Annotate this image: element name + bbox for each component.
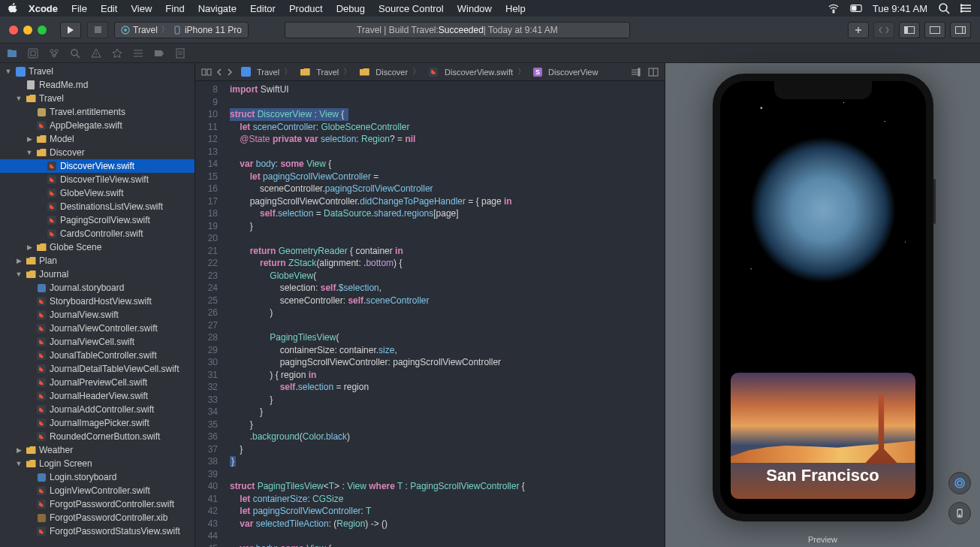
menu-app[interactable]: Xcode <box>29 3 58 14</box>
tree-item[interactable]: DestinationsListView.swift <box>0 200 194 213</box>
issue-navigator-icon[interactable] <box>90 47 102 59</box>
menu-view[interactable]: View <box>131 3 152 14</box>
tree-item[interactable]: JournalAddController.swift <box>0 403 194 416</box>
tree-item[interactable]: ▼Login Screen <box>0 457 194 470</box>
tree-item[interactable]: CardsController.swift <box>0 227 194 240</box>
tree-item[interactable]: GlobeView.swift <box>0 186 194 200</box>
tree-item[interactable]: JournalViewController.swift <box>0 322 194 335</box>
library-button[interactable] <box>848 22 869 38</box>
source-control-navigator-icon[interactable] <box>27 47 39 59</box>
tree-root[interactable]: ▼Travel <box>0 65 194 78</box>
toggle-left-panel-button[interactable] <box>899 22 920 38</box>
tree-item[interactable]: DiscoverTileView.swift <box>0 173 194 186</box>
menu-help[interactable]: Help <box>505 3 526 14</box>
toggle-bottom-panel-button[interactable] <box>924 22 945 38</box>
status-prefix: Travel | Build Travel: <box>357 25 439 35</box>
add-editor-icon[interactable] <box>648 68 659 77</box>
tree-item[interactable]: ForgotPasswordStatusView.swift <box>0 524 194 538</box>
scheme-selector[interactable]: Travel 〉 iPhone 11 Pro <box>114 22 249 38</box>
tree-item[interactable]: JournalHeaderView.swift <box>0 389 194 403</box>
menu-edit[interactable]: Edit <box>101 3 117 14</box>
menu-extras-icon[interactable] <box>960 2 972 14</box>
zoom-window-button[interactable] <box>38 26 47 35</box>
jump-project[interactable]: Travel <box>257 68 279 77</box>
tree-item[interactable]: RoundedCornerButton.swift <box>0 430 194 443</box>
tree-item[interactable]: JounalTableController.swift <box>0 349 194 362</box>
svg-point-30 <box>959 515 960 516</box>
tree-item-label: ForgotPasswordController.xib <box>50 512 167 523</box>
scheme-device-label: iPhone 11 Pro <box>185 25 242 35</box>
tree-item[interactable]: ▼Journal <box>0 267 194 281</box>
jump-symbol[interactable]: DiscoverView <box>548 68 598 77</box>
device-icon <box>173 26 182 35</box>
toggle-right-panel-button[interactable] <box>950 22 971 38</box>
symbol-navigator-icon[interactable] <box>48 47 60 59</box>
report-navigator-icon[interactable] <box>174 47 186 59</box>
tree-item[interactable]: JournalPreviewCell.swift <box>0 376 194 389</box>
tree-item-label: ForgotPasswordStatusView.swift <box>50 526 180 536</box>
tree-item[interactable]: DiscoverView.swift <box>0 159 194 173</box>
tree-item[interactable]: Login.storyboard <box>0 470 194 484</box>
tree-item[interactable]: ReadMe.md <box>0 78 194 92</box>
project-navigator-icon[interactable] <box>6 47 18 59</box>
jump-bar[interactable]: Travel〉 Travel〉 Discover〉 DiscoverView.s… <box>195 63 665 81</box>
destination-card[interactable]: San Francisco <box>731 373 915 499</box>
tree-item[interactable]: ▶Globe Scene <box>0 240 194 254</box>
back-button-icon[interactable] <box>216 68 222 76</box>
jump-folder-1[interactable]: Travel <box>316 68 339 77</box>
find-navigator-icon[interactable] <box>69 47 81 59</box>
menubar-clock[interactable]: Tue 9:41 AM <box>873 3 927 14</box>
live-preview-button[interactable] <box>948 472 971 494</box>
tree-item[interactable]: PagingScrollView.swift <box>0 213 194 227</box>
tree-item[interactable]: ▼Travel <box>0 92 194 105</box>
tree-item[interactable]: LoginViewController.swift <box>0 484 194 497</box>
editor-options-icon[interactable] <box>630 68 641 77</box>
tree-item[interactable]: ForgotPasswordController.xib <box>0 511 194 524</box>
tree-item[interactable]: JournalDetailTableViewCell.swift <box>0 362 194 376</box>
jump-file[interactable]: DiscoverView.swift <box>445 68 513 77</box>
code-review-button[interactable] <box>873 22 894 38</box>
menu-debug[interactable]: Debug <box>336 3 365 14</box>
tree-item-label: Globe Scene <box>50 242 101 252</box>
svg-rect-22 <box>176 49 184 58</box>
menu-file[interactable]: File <box>71 3 87 14</box>
tree-item[interactable]: AppDelegate.swift <box>0 119 194 132</box>
menu-window[interactable]: Window <box>457 3 492 14</box>
breakpoint-navigator-icon[interactable] <box>153 47 165 59</box>
tree-item[interactable]: ▶Weather <box>0 443 194 457</box>
source-editor[interactable]: 8910111213141516171819202122232425262728… <box>195 81 665 547</box>
tree-item[interactable]: StoryboardHostView.swift <box>0 295 194 308</box>
tree-item[interactable]: JournalViewCell.swift <box>0 335 194 349</box>
debug-navigator-icon[interactable] <box>132 47 144 59</box>
run-button[interactable] <box>60 22 81 38</box>
jump-folder-2[interactable]: Discover <box>375 68 408 77</box>
code-text[interactable]: import SwiftUI struct DiscoverView : Vie… <box>224 81 665 547</box>
spotlight-icon[interactable] <box>938 2 950 14</box>
test-navigator-icon[interactable] <box>111 47 123 59</box>
svg-point-21 <box>71 50 77 56</box>
close-window-button[interactable] <box>9 26 18 35</box>
menu-source-control[interactable]: Source Control <box>378 3 444 14</box>
tree-item[interactable]: ▶Plan <box>0 254 194 267</box>
stop-button[interactable] <box>87 22 108 38</box>
related-items-icon[interactable] <box>201 68 212 76</box>
menu-find[interactable]: Find <box>165 3 184 14</box>
menu-navigate[interactable]: Navigate <box>198 3 237 14</box>
wifi-icon[interactable] <box>828 2 840 14</box>
tree-item[interactable]: ForgotPasswordController.swift <box>0 497 194 511</box>
tree-item[interactable]: JournalView.swift <box>0 308 194 322</box>
card-title: San Francisco <box>766 466 879 485</box>
menu-editor[interactable]: Editor <box>250 3 276 14</box>
project-navigator[interactable]: ▼TravelReadMe.md▼TravelTravel.entitlemen… <box>0 63 195 547</box>
forward-button-icon[interactable] <box>227 68 233 76</box>
tree-item[interactable]: ▶Model <box>0 132 194 146</box>
tree-item[interactable]: Travel.entitlements <box>0 105 194 119</box>
preview-on-device-button[interactable] <box>948 502 971 524</box>
tree-item[interactable]: Journal.storyboard <box>0 281 194 295</box>
tree-item[interactable]: ▼Discover <box>0 146 194 159</box>
minimize-window-button[interactable] <box>23 26 32 35</box>
tree-item[interactable]: JournalImagePicker.swift <box>0 416 194 430</box>
control-center-icon[interactable] <box>850 2 862 14</box>
menu-product[interactable]: Product <box>289 3 323 14</box>
device-screen[interactable]: San Francisco <box>720 81 926 514</box>
